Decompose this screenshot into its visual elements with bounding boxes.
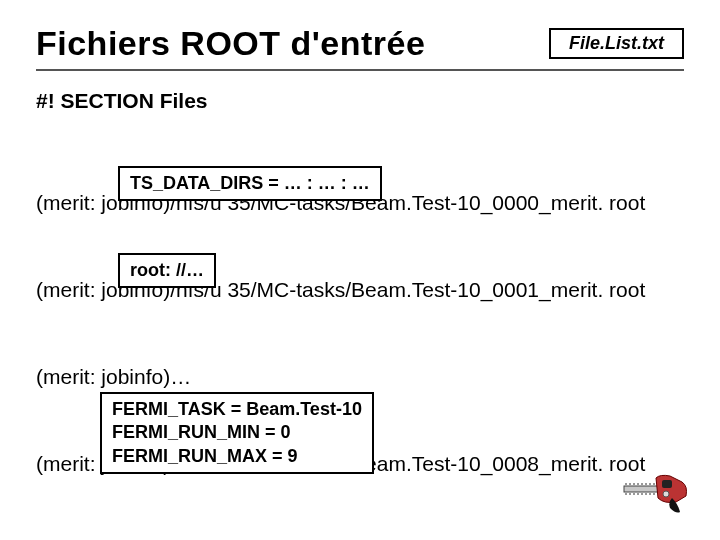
overlay-fermi-line: FERMI_TASK = Beam.Test-10 xyxy=(112,398,362,421)
overlay-ts-data-dirs: TS_DATA_DIRS = … : … : … xyxy=(118,166,382,201)
section-header: #! SECTION Files xyxy=(36,89,684,113)
merit-line: (merit: jobinfo)… xyxy=(36,363,684,392)
file-name-box: File.List.txt xyxy=(549,28,684,59)
merit-line: (merit: jobinfo)/nfs/u 35/MC-tasks/Beam.… xyxy=(36,537,684,540)
overlay-fermi-line: FERMI_RUN_MIN = 0 xyxy=(112,421,362,444)
svg-rect-17 xyxy=(662,480,672,488)
title-row: Fichiers ROOT d'entrée File.List.txt xyxy=(36,24,684,63)
slide: Fichiers ROOT d'entrée File.List.txt #! … xyxy=(0,0,720,540)
slide-title: Fichiers ROOT d'entrée xyxy=(36,24,425,63)
overlay-fermi-env: FERMI_TASK = Beam.Test-10 FERMI_RUN_MIN … xyxy=(100,392,374,474)
title-underline xyxy=(36,69,684,71)
overlay-fermi-line: FERMI_RUN_MAX = 9 xyxy=(112,445,362,468)
svg-point-18 xyxy=(663,491,669,497)
chainsaw-icon xyxy=(622,468,692,522)
svg-rect-0 xyxy=(624,486,658,492)
overlay-root-protocol: root: //… xyxy=(118,253,216,288)
